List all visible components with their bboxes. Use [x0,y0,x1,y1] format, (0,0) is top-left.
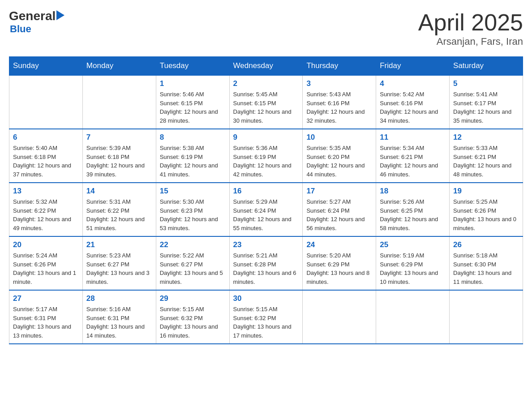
table-row: 2Sunrise: 5:45 AMSunset: 6:15 PMDaylight… [229,75,303,129]
day-number: 30 [233,294,299,303]
day-number: 19 [453,187,519,196]
day-info: Sunrise: 5:22 AMSunset: 6:27 PMDaylight:… [160,251,226,286]
day-info: Sunrise: 5:34 AMSunset: 6:21 PMDaylight:… [380,144,446,179]
day-info: Sunrise: 5:41 AMSunset: 6:17 PMDaylight:… [453,90,519,125]
day-number: 13 [13,187,79,196]
day-info: Sunrise: 5:32 AMSunset: 6:22 PMDaylight:… [13,197,79,232]
table-row: 23Sunrise: 5:21 AMSunset: 6:28 PMDayligh… [229,236,303,290]
day-number: 18 [380,187,446,196]
header-saturday: Saturday [450,57,523,76]
calendar-week-row: 20Sunrise: 5:24 AMSunset: 6:26 PMDayligh… [9,236,523,290]
table-row: 11Sunrise: 5:34 AMSunset: 6:21 PMDayligh… [376,129,450,183]
day-info: Sunrise: 5:39 AMSunset: 6:18 PMDaylight:… [86,144,152,179]
table-row: 24Sunrise: 5:20 AMSunset: 6:29 PMDayligh… [303,236,376,290]
table-row: 4Sunrise: 5:42 AMSunset: 6:16 PMDaylight… [376,75,450,129]
day-number: 23 [233,240,299,249]
day-number: 5 [453,79,519,88]
day-number: 8 [160,133,226,142]
table-row: 26Sunrise: 5:18 AMSunset: 6:30 PMDayligh… [450,236,523,290]
day-info: Sunrise: 5:18 AMSunset: 6:30 PMDaylight:… [453,251,519,286]
day-number: 3 [306,79,372,88]
page-header: General Blue April 2025 Arsanjan, Fars, … [9,9,523,47]
logo: General Blue [9,9,64,35]
title-block: April 2025 Arsanjan, Fars, Iran [418,9,523,47]
day-number: 29 [160,294,226,303]
day-info: Sunrise: 5:23 AMSunset: 6:27 PMDaylight:… [86,251,152,286]
header-wednesday: Wednesday [229,57,303,76]
calendar-week-row: 27Sunrise: 5:17 AMSunset: 6:31 PMDayligh… [9,290,523,344]
day-number: 27 [13,294,79,303]
header-friday: Friday [376,57,450,76]
day-number: 11 [380,133,446,142]
day-info: Sunrise: 5:27 AMSunset: 6:24 PMDaylight:… [306,197,372,232]
day-number: 9 [233,133,299,142]
day-number: 14 [86,187,152,196]
day-info: Sunrise: 5:29 AMSunset: 6:24 PMDaylight:… [233,197,299,232]
table-row [303,290,376,344]
logo-arrow-icon [56,10,64,20]
day-info: Sunrise: 5:19 AMSunset: 6:29 PMDaylight:… [380,251,446,286]
day-number: 21 [86,240,152,249]
day-number: 24 [306,240,372,249]
day-number: 10 [306,133,372,142]
table-row: 15Sunrise: 5:30 AMSunset: 6:23 PMDayligh… [156,183,229,236]
table-row: 18Sunrise: 5:26 AMSunset: 6:25 PMDayligh… [376,183,450,236]
table-row: 5Sunrise: 5:41 AMSunset: 6:17 PMDaylight… [450,75,523,129]
day-info: Sunrise: 5:35 AMSunset: 6:20 PMDaylight:… [306,144,372,179]
day-info: Sunrise: 5:43 AMSunset: 6:16 PMDaylight:… [306,90,372,125]
calendar-header-row: Sunday Monday Tuesday Wednesday Thursday… [9,57,523,76]
day-info: Sunrise: 5:15 AMSunset: 6:32 PMDaylight:… [160,305,226,340]
day-number: 25 [380,240,446,249]
day-info: Sunrise: 5:17 AMSunset: 6:31 PMDaylight:… [13,305,79,340]
table-row: 20Sunrise: 5:24 AMSunset: 6:26 PMDayligh… [9,236,83,290]
header-thursday: Thursday [303,57,376,76]
day-number: 12 [453,133,519,142]
table-row: 17Sunrise: 5:27 AMSunset: 6:24 PMDayligh… [303,183,376,236]
day-number: 28 [86,294,152,303]
day-number: 4 [380,79,446,88]
day-info: Sunrise: 5:24 AMSunset: 6:26 PMDaylight:… [13,251,79,286]
table-row [376,290,450,344]
table-row [450,290,523,344]
day-info: Sunrise: 5:30 AMSunset: 6:23 PMDaylight:… [160,197,226,232]
calendar-week-row: 6Sunrise: 5:40 AMSunset: 6:18 PMDaylight… [9,129,523,183]
table-row: 8Sunrise: 5:38 AMSunset: 6:19 PMDaylight… [156,129,229,183]
day-info: Sunrise: 5:21 AMSunset: 6:28 PMDaylight:… [233,251,299,286]
table-row: 22Sunrise: 5:22 AMSunset: 6:27 PMDayligh… [156,236,229,290]
table-row: 27Sunrise: 5:17 AMSunset: 6:31 PMDayligh… [9,290,83,344]
day-number: 15 [160,187,226,196]
day-info: Sunrise: 5:40 AMSunset: 6:18 PMDaylight:… [13,144,79,179]
table-row: 7Sunrise: 5:39 AMSunset: 6:18 PMDaylight… [82,129,156,183]
day-number: 22 [160,240,226,249]
day-info: Sunrise: 5:26 AMSunset: 6:25 PMDaylight:… [380,197,446,232]
page-subtitle: Arsanjan, Fars, Iran [418,36,523,47]
table-row: 10Sunrise: 5:35 AMSunset: 6:20 PMDayligh… [303,129,376,183]
table-row: 3Sunrise: 5:43 AMSunset: 6:16 PMDaylight… [303,75,376,129]
day-info: Sunrise: 5:46 AMSunset: 6:15 PMDaylight:… [160,90,226,125]
logo-general: General [9,9,56,23]
table-row [9,75,83,129]
table-row: 14Sunrise: 5:31 AMSunset: 6:22 PMDayligh… [82,183,156,236]
day-info: Sunrise: 5:31 AMSunset: 6:22 PMDaylight:… [86,197,152,232]
calendar-week-row: 1Sunrise: 5:46 AMSunset: 6:15 PMDaylight… [9,75,523,129]
day-number: 7 [86,133,152,142]
table-row: 21Sunrise: 5:23 AMSunset: 6:27 PMDayligh… [82,236,156,290]
logo-blue: Blue [10,23,64,35]
day-number: 16 [233,187,299,196]
day-number: 1 [160,79,226,88]
table-row: 16Sunrise: 5:29 AMSunset: 6:24 PMDayligh… [229,183,303,236]
table-row: 19Sunrise: 5:25 AMSunset: 6:26 PMDayligh… [450,183,523,236]
table-row: 25Sunrise: 5:19 AMSunset: 6:29 PMDayligh… [376,236,450,290]
header-tuesday: Tuesday [156,57,229,76]
table-row: 13Sunrise: 5:32 AMSunset: 6:22 PMDayligh… [9,183,83,236]
svg-marker-0 [56,10,64,20]
day-info: Sunrise: 5:15 AMSunset: 6:32 PMDaylight:… [233,305,299,340]
table-row: 6Sunrise: 5:40 AMSunset: 6:18 PMDaylight… [9,129,83,183]
day-info: Sunrise: 5:45 AMSunset: 6:15 PMDaylight:… [233,90,299,125]
day-number: 17 [306,187,372,196]
day-info: Sunrise: 5:33 AMSunset: 6:21 PMDaylight:… [453,144,519,179]
calendar-week-row: 13Sunrise: 5:32 AMSunset: 6:22 PMDayligh… [9,183,523,236]
page-title: April 2025 [418,9,523,36]
table-row: 9Sunrise: 5:36 AMSunset: 6:19 PMDaylight… [229,129,303,183]
day-number: 6 [13,133,79,142]
